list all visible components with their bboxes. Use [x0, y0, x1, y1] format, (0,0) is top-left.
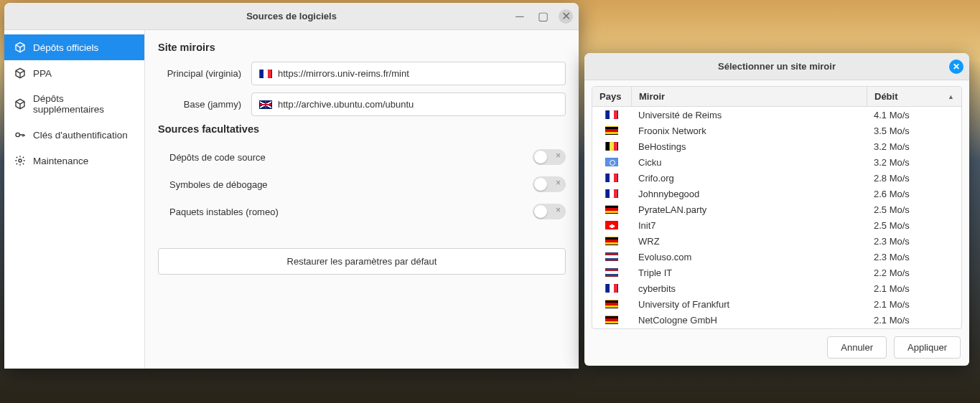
mirror-speed: 2.8 Mo/s: [867, 171, 961, 185]
sidebar-item-ppa[interactable]: PPA: [4, 60, 144, 86]
table-row[interactable]: PyrateLAN.party2.5 Mo/s: [592, 202, 961, 217]
mirror-name: Cicku: [631, 156, 867, 169]
mirror-name: Crifo.org: [631, 171, 867, 185]
principal-label: Principal (virginia): [158, 68, 241, 79]
table-row[interactable]: WRZ2.3 Mo/s: [592, 233, 961, 249]
table-body[interactable]: Université de Reims4.1 Mo/sFroonix Netwo…: [592, 107, 961, 328]
table-row[interactable]: cyberbits2.1 Mo/s: [592, 280, 961, 296]
table-row[interactable]: Johnnybegood2.6 Mo/s: [592, 186, 961, 202]
mirror-speed: 2.5 Mo/s: [867, 203, 961, 217]
mirror-speed: 3.2 Mo/s: [867, 156, 961, 169]
maximize-button[interactable]: ▢: [536, 9, 550, 24]
principal-row: Principal (virginia) https://mirrors.uni…: [158, 62, 566, 85]
close-button[interactable]: ✕: [559, 9, 573, 24]
flag-de-icon: [605, 300, 618, 308]
sidebar-item-label: Dépôts officiels: [33, 42, 98, 53]
table-row[interactable]: NetCologne GmbH2.1 Mo/s: [592, 312, 961, 328]
toggle-switch[interactable]: ×: [533, 176, 566, 192]
mirror-speed: 2.5 Mo/s: [867, 219, 961, 232]
mirror-speed: 3.5 Mo/s: [867, 124, 961, 138]
restore-defaults-button[interactable]: Restaurer les paramètres par défaut: [158, 248, 566, 275]
mirror-name: Université de Reims: [631, 108, 867, 122]
table-header: Pays Miroir Débit ▲: [592, 87, 961, 107]
sidebar-item-cl-s-d-authentification[interactable]: Clés d'authentification: [4, 122, 144, 148]
mirror-speed: 2.6 Mo/s: [867, 187, 961, 201]
dialog-close-button[interactable]: ✕: [949, 60, 963, 74]
flag-fr-icon: [605, 284, 618, 293]
package-icon: [14, 67, 26, 79]
mirror-name: Johnnybegood: [631, 187, 867, 201]
option-row: Symboles de débogage×: [158, 171, 566, 198]
svg-point-1: [19, 159, 22, 162]
key-icon: [14, 129, 26, 141]
flag-de-icon: [605, 205, 618, 214]
option-row: Dépôts de code source×: [158, 143, 566, 171]
mirror-name: Init7: [631, 219, 867, 232]
mirror-name: Triple IT: [631, 266, 867, 280]
option-label: Paquets instables (romeo): [169, 207, 279, 217]
package-icon: [14, 42, 26, 53]
dialog-titlebar[interactable]: Sélectionner un site miroir ✕: [584, 53, 969, 80]
toggle-switch[interactable]: ×: [533, 204, 566, 219]
titlebar[interactable]: Sources de logiciels ─ ▢ ✕: [4, 3, 579, 30]
base-label: Base (jammy): [158, 99, 241, 110]
option-row: Paquets instables (romeo)×: [158, 198, 566, 225]
mirror-name: PyrateLAN.party: [631, 203, 867, 217]
table-row[interactable]: Evoluso.com2.3 Mo/s: [592, 249, 961, 265]
mirrors-heading: Site miroirs: [158, 42, 566, 53]
mirror-name: Evoluso.com: [631, 250, 867, 264]
flag-ch-icon: [605, 221, 618, 229]
mirror-speed: 2.1 Mo/s: [867, 282, 961, 295]
gear-icon: [14, 155, 26, 166]
mirror-speed: 2.1 Mo/s: [867, 313, 961, 327]
table-row[interactable]: Froonix Network3.5 Mo/s: [592, 123, 961, 138]
cancel-button[interactable]: Annuler: [827, 336, 887, 359]
sidebar-item-label: Maintenance: [33, 156, 88, 166]
toggle-switch[interactable]: ×: [533, 149, 566, 165]
mirror-speed: 2.2 Mo/s: [867, 266, 961, 280]
flag-un-icon: [605, 158, 618, 166]
sidebar-item-maintenance[interactable]: Maintenance: [4, 148, 144, 174]
mirror-speed: 4.1 Mo/s: [867, 108, 961, 122]
sidebar-item-label: PPA: [33, 68, 52, 79]
table-row[interactable]: Triple IT2.2 Mo/s: [592, 265, 961, 280]
option-label: Symboles de débogage: [169, 179, 268, 190]
option-label: Dépôts de code source: [169, 152, 266, 163]
mirror-name: BeHostings: [631, 140, 867, 153]
principal-mirror-input[interactable]: https://mirrors.univ-reims.fr/mint: [251, 62, 566, 85]
mirror-name: WRZ: [631, 234, 867, 248]
sidebar-item-d-p-ts-suppl-mentaires[interactable]: Dépôts supplémentaires: [4, 86, 144, 122]
table-row[interactable]: Cicku3.2 Mo/s: [592, 154, 961, 170]
table-row[interactable]: BeHostings3.2 Mo/s: [592, 138, 961, 154]
col-speed[interactable]: Débit ▲: [867, 87, 961, 106]
sidebar-item-label: Dépôts supplémentaires: [33, 93, 134, 115]
flag-de-icon: [605, 126, 618, 135]
sidebar-item-label: Clés d'authentification: [33, 130, 128, 141]
sort-desc-icon: ▲: [948, 93, 954, 100]
table-row[interactable]: Crifo.org2.8 Mo/s: [592, 170, 961, 186]
mirror-speed: 2.3 Mo/s: [867, 234, 961, 248]
mirror-name: cyberbits: [631, 282, 867, 295]
table-row[interactable]: University of Frankfurt2.1 Mo/s: [592, 296, 961, 312]
mirror-speed: 2.1 Mo/s: [867, 298, 961, 311]
flag-nl-icon: [605, 252, 618, 261]
col-mirror[interactable]: Miroir: [631, 87, 867, 106]
apply-button[interactable]: Appliquer: [894, 336, 961, 359]
sidebar-item-d-p-ts-officiels[interactable]: Dépôts officiels: [4, 34, 144, 60]
principal-mirror-value: https://mirrors.univ-reims.fr/mint: [278, 68, 409, 79]
flag-uk-icon: [259, 100, 272, 109]
base-mirror-input[interactable]: http://archive.ubuntu.com/ubuntu: [251, 93, 566, 116]
base-row: Base (jammy) http://archive.ubuntu.com/u…: [158, 93, 566, 116]
content-area: Site miroirs Principal (virginia) https:…: [145, 30, 579, 369]
table-row[interactable]: Init72.5 Mo/s: [592, 217, 961, 233]
mirror-speed: 3.2 Mo/s: [867, 140, 961, 153]
sidebar: Dépôts officielsPPADépôts supplémentaire…: [4, 30, 145, 369]
mirror-name: NetCologne GmbH: [631, 313, 867, 327]
table-row[interactable]: Université de Reims4.1 Mo/s: [592, 107, 961, 123]
svg-point-0: [16, 133, 19, 136]
flag-fr-icon: [259, 70, 272, 78]
flag-fr-icon: [605, 110, 618, 119]
col-country[interactable]: Pays: [592, 87, 631, 106]
mirror-speed: 2.3 Mo/s: [867, 250, 961, 264]
minimize-button[interactable]: ─: [513, 9, 527, 24]
